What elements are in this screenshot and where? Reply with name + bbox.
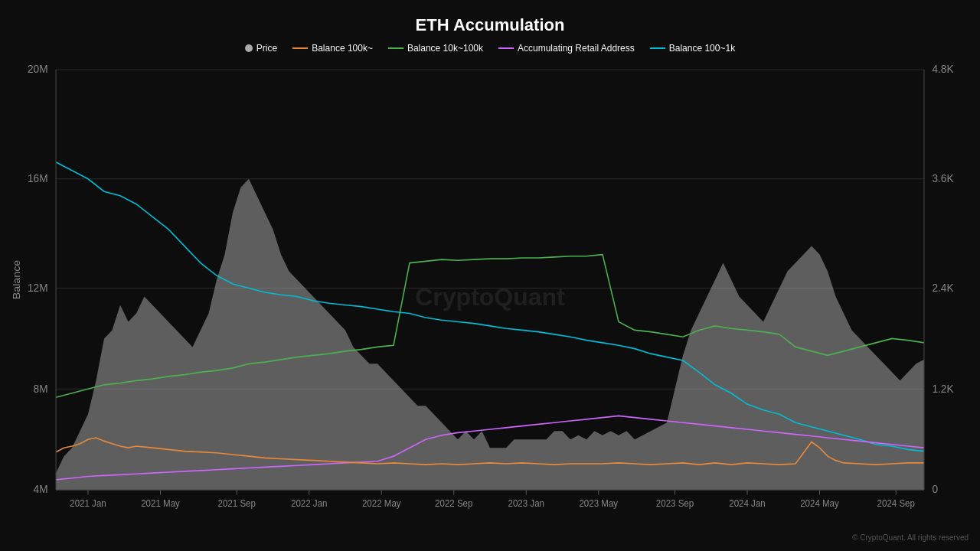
y-label-20m: 20M	[28, 63, 48, 75]
balance-100-1k-line	[650, 47, 665, 49]
legend-balance-100k-label: Balance 100k~	[312, 43, 373, 54]
x-label-2024sep: 2024 Sep	[877, 498, 916, 509]
chart-container: ETH Accumulation Price Balance 100k~ Bal…	[0, 0, 980, 551]
legend-balance-100k: Balance 100k~	[292, 43, 373, 54]
legend-balance-10k-label: Balance 10k~100k	[407, 43, 483, 54]
x-label-2023sep: 2023 Sep	[656, 498, 694, 509]
chart-title: ETH Accumulation	[0, 15, 980, 35]
y-right-3600: 3.6K	[933, 172, 955, 184]
y-label-4m: 4M	[34, 483, 48, 495]
x-label-2023jan: 2023 Jan	[508, 498, 544, 509]
legend: Price Balance 100k~ Balance 10k~100k Acc…	[0, 43, 980, 54]
price-dot	[245, 44, 253, 52]
x-label-2021sep: 2021 Sep	[218, 498, 256, 509]
legend-retail: Accumulating Retail Address	[498, 43, 635, 54]
x-label-2023may: 2023 May	[579, 498, 618, 509]
y-right-1200: 1.2K	[933, 382, 955, 394]
y-label-8m: 8M	[34, 382, 48, 394]
legend-balance-100-1k-label: Balance 100~1k	[669, 43, 735, 54]
retail-line	[498, 47, 514, 49]
main-svg: 20M 16M 12M 8M 4M 4.8K 3.6K 2.4K 1.2K 0 …	[8, 61, 972, 532]
chart-area: CryptoQuant 20M 16M 12M 8M 4M 4.8K 3.6K …	[8, 61, 972, 532]
legend-price: Price	[245, 43, 277, 54]
x-label-2021jan: 2021 Jan	[70, 498, 106, 509]
legend-retail-label: Accumulating Retail Address	[518, 43, 635, 54]
legend-price-label: Price	[256, 43, 277, 54]
x-label-2021may: 2021 May	[141, 498, 180, 509]
x-label-2022jan: 2022 Jan	[291, 498, 327, 509]
x-label-2024may: 2024 May	[800, 498, 839, 509]
y-right-2400: 2.4K	[933, 282, 955, 294]
price-area	[56, 179, 924, 490]
x-label-2024jan: 2024 Jan	[729, 498, 765, 509]
legend-balance-100-1k: Balance 100~1k	[650, 43, 735, 54]
y-right-0: 0	[933, 483, 939, 495]
y-label-16m: 16M	[28, 172, 48, 184]
balance-10k-line	[388, 47, 403, 49]
balance-100k-line	[292, 47, 308, 49]
svg-marker-6	[56, 179, 924, 490]
copyright: © CryptoQuant. All rights reserved	[0, 532, 980, 543]
x-label-2022may: 2022 May	[362, 498, 401, 509]
x-label-2022sep: 2022 Sep	[435, 498, 473, 509]
y-right-4800: 4.8K	[933, 63, 955, 75]
y-axis-label: Balance	[10, 260, 22, 300]
legend-balance-10k: Balance 10k~100k	[388, 43, 483, 54]
y-label-12m: 12M	[28, 282, 48, 294]
